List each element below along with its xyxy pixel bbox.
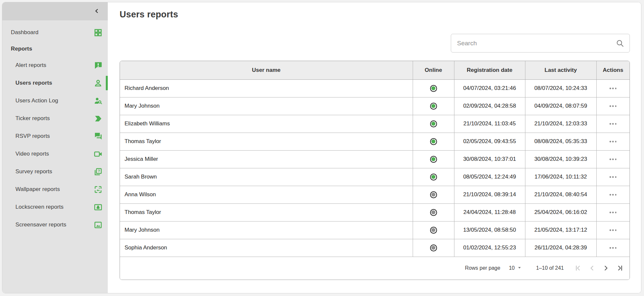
column-header-online: Online (413, 61, 454, 79)
last-activity-cell: 08/07/2024, 10:24:33 (525, 79, 596, 97)
first-page-button[interactable] (574, 264, 583, 273)
person-icon (94, 79, 103, 88)
sidebar: DashboardReportsAlert reportsUsers repor… (2, 2, 108, 293)
sidebar-item-label: Lockscreen reports (15, 204, 94, 210)
registration-date-cell: 30/08/2024, 10:37:01 (454, 150, 525, 168)
row-actions-button[interactable] (608, 227, 618, 233)
chevron-left-icon (94, 9, 99, 14)
table-footer-row: Rows per page 10 1–10 of 241 (120, 257, 630, 280)
actions-cell (596, 79, 630, 97)
last-page-button[interactable] (615, 264, 624, 273)
wallpaper-icon (94, 185, 103, 194)
sidebar-item-ticker-reports[interactable]: Ticker reports (2, 110, 108, 127)
table-row: Elizabeth Williams21/10/2024, 11:03:4521… (120, 115, 630, 133)
row-actions-button[interactable] (608, 192, 618, 198)
actions-cell (596, 97, 630, 115)
offline-status-icon (430, 209, 437, 216)
online-cell (413, 150, 454, 168)
sidebar-item-dashboard[interactable]: Dashboard (2, 24, 108, 41)
previous-page-button[interactable] (587, 264, 597, 273)
last-activity-cell: 30/08/2024, 10:39:23 (525, 150, 596, 168)
videocam-icon (94, 150, 103, 159)
sidebar-item-video-reports[interactable]: Video reports (2, 145, 108, 163)
sidebar-item-screensaver-reports[interactable]: Screensaver reports (2, 216, 108, 234)
sidebar-item-label: Users Action Log (15, 97, 94, 104)
alert-bubble-icon (94, 61, 103, 70)
pagination-controls (574, 264, 624, 273)
sidebar-item-wallpaper-reports[interactable]: Wallpaper reports (2, 180, 108, 198)
sidebar-item-reports: Reports (2, 41, 108, 56)
online-cell (413, 133, 454, 150)
user-name-cell: Sophia Anderson (120, 239, 413, 257)
sidebar-header (2, 2, 108, 20)
actions-cell (596, 221, 630, 239)
sidebar-item-label: Reports (11, 46, 103, 52)
online-status-icon (430, 120, 437, 127)
column-header-user-name: User name (120, 61, 413, 79)
registration-date-cell: 02/05/2024, 09:43:55 (454, 133, 525, 150)
row-actions-button[interactable] (608, 103, 618, 109)
rows-per-page-value: 10 (509, 265, 515, 271)
online-cell (413, 221, 454, 239)
table-row: Sophia Anderson01/02/2024, 12:55:2326/11… (120, 239, 630, 257)
last-activity-cell: 21/10/2024, 12:03:33 (525, 115, 596, 133)
sidebar-item-label: Screensaver reports (15, 222, 94, 228)
sidebar-item-label: Survey reports (15, 168, 94, 175)
online-cell (413, 115, 454, 133)
row-actions-button[interactable] (608, 139, 618, 144)
row-actions-button[interactable] (608, 210, 618, 215)
actions-cell (596, 115, 630, 133)
registration-date-cell: 21/10/2024, 08:39:14 (454, 186, 525, 203)
last-activity-cell: 21/10/2024, 08:40:54 (525, 186, 596, 203)
table-row: Sarah Brown08/05/2024, 12:24:4917/06/202… (120, 168, 630, 186)
offline-status-icon (430, 227, 437, 234)
row-actions-button[interactable] (608, 86, 618, 91)
lockscreen-icon (94, 203, 103, 212)
online-cell (413, 79, 454, 97)
pagination-range-label: 1–10 of 241 (536, 265, 564, 271)
column-header-registration-date: Registration date (454, 61, 525, 79)
user-name-cell: Mary Johnson (120, 221, 413, 239)
user-name-cell: Anna Wilson (120, 186, 413, 203)
online-cell (413, 168, 454, 186)
actions-cell (596, 203, 630, 221)
row-actions-button[interactable] (608, 157, 618, 162)
sidebar-nav: DashboardReportsAlert reportsUsers repor… (2, 20, 108, 234)
registration-date-cell: 02/09/2024, 04:28:58 (454, 97, 525, 115)
actions-cell (596, 168, 630, 186)
row-actions-button[interactable] (608, 245, 618, 251)
registration-date-cell: 08/05/2024, 12:24:49 (454, 168, 525, 186)
sidebar-item-alert-reports[interactable]: Alert reports (2, 56, 108, 74)
online-cell (413, 203, 454, 221)
table-row: Thomas Taylor02/05/2024, 09:43:5508/08/2… (120, 133, 630, 150)
table-row: Anna Wilson21/10/2024, 08:39:1421/10/202… (120, 186, 630, 203)
user-name-cell: Thomas Taylor (120, 133, 413, 150)
table-header-row: User nameOnlineRegistration dateLast act… (120, 61, 630, 79)
user-name-cell: Thomas Taylor (120, 203, 413, 221)
sidebar-item-users-action-log[interactable]: Users Action Log (2, 92, 108, 110)
table-body: Richard Anderson04/07/2024, 03:21:4608/0… (120, 79, 630, 257)
quiz-icon: ? (94, 167, 103, 176)
app-frame: DashboardReportsAlert reportsUsers repor… (2, 2, 641, 293)
last-activity-cell: 17/06/2024, 10:11:32 (525, 168, 596, 186)
label-arrow-icon (94, 114, 103, 123)
table-row: Thomas Taylor24/04/2024, 11:28:4825/04/2… (120, 203, 630, 221)
sidebar-item-survey-reports[interactable]: Survey reports? (2, 163, 108, 180)
sidebar-item-label: Dashboard (11, 29, 94, 36)
sidebar-item-label: Wallpaper reports (15, 186, 94, 193)
sidebar-collapse-button[interactable] (93, 7, 101, 16)
sidebar-item-rsvp-reports[interactable]: RSVP reports (2, 127, 108, 145)
row-actions-button[interactable] (608, 121, 618, 127)
person-search-icon (94, 96, 103, 105)
last-activity-cell: 26/11/2024, 04:28:39 (525, 239, 596, 257)
user-name-cell: Sarah Brown (120, 168, 413, 186)
next-page-button[interactable] (601, 264, 610, 273)
column-header-actions: Actions (596, 61, 630, 79)
search-input[interactable] (451, 34, 616, 52)
row-actions-button[interactable] (608, 174, 618, 180)
rows-per-page-select[interactable]: 10 (509, 265, 522, 271)
sidebar-item-users-reports[interactable]: Users reports (2, 74, 108, 92)
sidebar-item-lockscreen-reports[interactable]: Lockscreen reports (2, 198, 108, 216)
sidebar-item-label: Video reports (15, 151, 94, 157)
registration-date-cell: 21/10/2024, 11:03:45 (454, 115, 525, 133)
